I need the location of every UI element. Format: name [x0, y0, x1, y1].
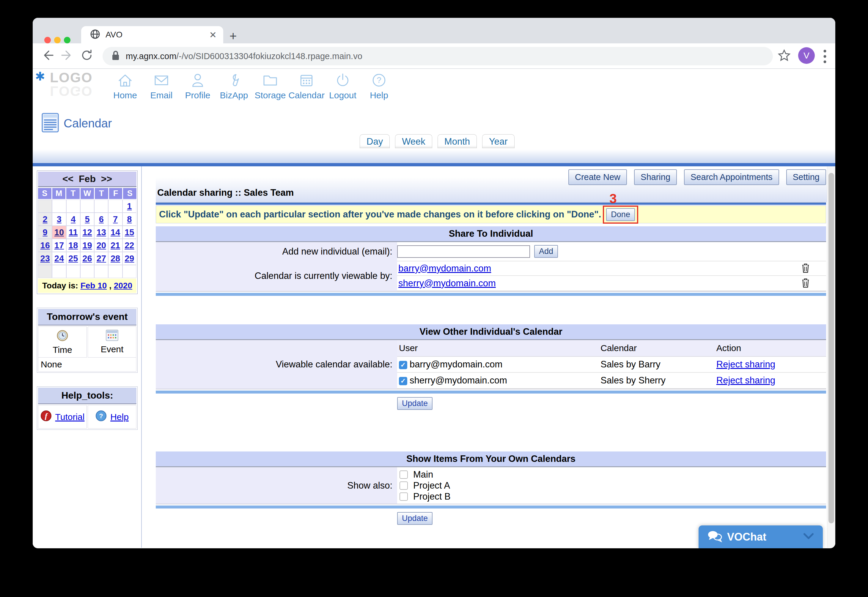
delete-viewer-icon[interactable] — [801, 278, 810, 289]
date-cell[interactable]: 25 — [66, 252, 80, 265]
date-cell[interactable]: 24 — [52, 252, 66, 265]
empty-date-cell — [38, 200, 52, 213]
column-header: Calendar — [599, 340, 715, 356]
help-link[interactable]: Help — [110, 412, 129, 422]
avatar[interactable]: V — [798, 47, 815, 64]
date-cell[interactable]: 16 — [38, 239, 52, 252]
window-close-button[interactable] — [44, 37, 51, 43]
nav-item-bizapp[interactable]: BizApp — [216, 72, 252, 100]
annotation-number: 3 — [609, 191, 616, 206]
forward-icon[interactable] — [60, 49, 75, 63]
date-cell[interactable]: 3 — [52, 213, 66, 226]
user-checkbox[interactable]: ✓ — [399, 377, 407, 385]
sharing-button[interactable]: Sharing — [634, 169, 677, 185]
tab-strip: AVO ✕ + — [33, 18, 835, 43]
update-button[interactable]: Update — [397, 397, 433, 410]
menu-dots-icon[interactable] — [823, 49, 827, 65]
tutorial-cell: f Tutorial — [38, 405, 87, 429]
chevron-down-icon[interactable] — [802, 533, 814, 541]
date-cell[interactable]: 15 — [122, 226, 137, 239]
date-cell[interactable]: 12 — [80, 226, 94, 239]
date-cell[interactable]: 26 — [80, 252, 94, 265]
main-checkbox[interactable] — [399, 471, 408, 479]
tutorial-link[interactable]: Tutorial — [55, 412, 85, 422]
date-cell[interactable]: 17 — [52, 239, 66, 252]
date-cell[interactable]: 7 — [108, 213, 122, 226]
nav-item-home[interactable]: Home — [107, 72, 143, 100]
date-cell[interactable]: 5 — [80, 213, 94, 226]
date-cell[interactable]: 14 — [108, 226, 122, 239]
action-buttons: Create New Sharing Search Appointments S… — [568, 169, 826, 185]
date-cell[interactable]: 10 — [52, 226, 66, 239]
project-b-checkbox[interactable] — [399, 493, 408, 501]
date-cell[interactable]: 20 — [94, 239, 108, 252]
date-cell[interactable]: 9 — [38, 226, 52, 239]
update-button[interactable]: Update — [397, 512, 433, 525]
date-cell[interactable]: 21 — [108, 239, 122, 252]
add-email-input[interactable] — [397, 245, 530, 258]
date-cell[interactable]: 2 — [38, 213, 52, 226]
bookmark-star-icon[interactable] — [777, 49, 791, 64]
add-button[interactable]: Add — [534, 245, 558, 258]
tab-month[interactable]: Month — [438, 134, 477, 148]
search-appointments-button[interactable]: Search Appointments — [684, 169, 779, 185]
svg-text:?: ? — [99, 412, 103, 420]
help-tools-panel: Help_tools: f Tutorial ? Help — [37, 386, 138, 430]
done-button[interactable]: Done — [606, 208, 635, 221]
date-cell[interactable]: 29 — [122, 252, 137, 265]
app-title: Calendar — [42, 113, 112, 134]
tab-close-icon[interactable]: ✕ — [209, 30, 217, 40]
date-cell[interactable]: 11 — [66, 226, 80, 239]
reload-icon[interactable] — [79, 49, 95, 63]
scrollbar-thumb[interactable] — [828, 173, 834, 523]
window-minimize-button[interactable] — [54, 37, 61, 43]
empty-date-cell — [66, 265, 80, 278]
tab-year[interactable]: Year — [482, 134, 515, 148]
nav-item-storage[interactable]: Storage — [252, 72, 288, 100]
svg-text:?: ? — [377, 76, 381, 85]
nav-item-help[interactable]: ? Help — [361, 72, 397, 100]
url-bar[interactable]: my.agnx.com/-/vo/SID600313304fokiuzokcl1… — [103, 47, 773, 65]
tab-day[interactable]: Day — [360, 134, 390, 148]
date-cell[interactable]: 23 — [38, 252, 52, 265]
date-cell[interactable]: 4 — [66, 213, 80, 226]
calendar-option: Project A — [399, 480, 826, 491]
today-date-link[interactable]: Feb 10 — [80, 281, 107, 290]
viewer-email-link[interactable]: sherry@mydomain.com — [398, 278, 496, 289]
view-other-section: View Other Individual's Calendar Viewabl… — [156, 324, 827, 394]
delete-viewer-icon[interactable] — [801, 263, 810, 274]
viewer-email-link[interactable]: barry@mydomain.com — [398, 263, 491, 274]
browser-tab[interactable]: AVO ✕ — [81, 26, 223, 43]
create-new-button[interactable]: Create New — [568, 169, 627, 185]
date-cell[interactable]: 22 — [122, 239, 137, 252]
date-cell[interactable]: 18 — [66, 239, 80, 252]
date-cell[interactable]: 27 — [94, 252, 108, 265]
date-cell[interactable]: 8 — [122, 213, 137, 226]
setting-button[interactable]: Setting — [786, 169, 826, 185]
calendar-icon — [288, 72, 325, 89]
date-cell[interactable]: 28 — [108, 252, 122, 265]
prev-month-button[interactable]: << — [63, 174, 73, 184]
page-scrollbar[interactable] — [827, 166, 835, 548]
today-year-link[interactable]: 2020 — [114, 281, 132, 290]
next-month-button[interactable]: >> — [101, 174, 112, 184]
date-cell[interactable]: 1 — [122, 200, 137, 213]
page: ✱ LOGO LOGO Home Email Profile BizApp — [33, 69, 835, 548]
back-icon[interactable] — [40, 49, 55, 63]
date-cell[interactable]: 6 — [94, 213, 108, 226]
window-zoom-button[interactable] — [64, 37, 70, 43]
nav-item-profile[interactable]: Profile — [180, 72, 216, 100]
nav-item-logout[interactable]: Logout — [325, 72, 361, 100]
nav-item-email[interactable]: Email — [143, 72, 180, 100]
project-a-checkbox[interactable] — [399, 481, 408, 490]
mini-calendar: << Feb >> SMTWTFS 1234567891011121314151… — [37, 171, 138, 294]
vochat-widget[interactable]: VOChat — [698, 526, 823, 548]
reject-sharing-link[interactable]: Reject sharing — [716, 375, 775, 386]
tab-week[interactable]: Week — [395, 134, 432, 148]
new-tab-button[interactable]: + — [229, 29, 237, 43]
date-cell[interactable]: 13 — [94, 226, 108, 239]
reject-sharing-link[interactable]: Reject sharing — [716, 359, 775, 370]
user-checkbox[interactable]: ✓ — [399, 361, 407, 369]
nav-item-calendar[interactable]: Calendar — [288, 72, 325, 100]
date-cell[interactable]: 19 — [80, 239, 94, 252]
